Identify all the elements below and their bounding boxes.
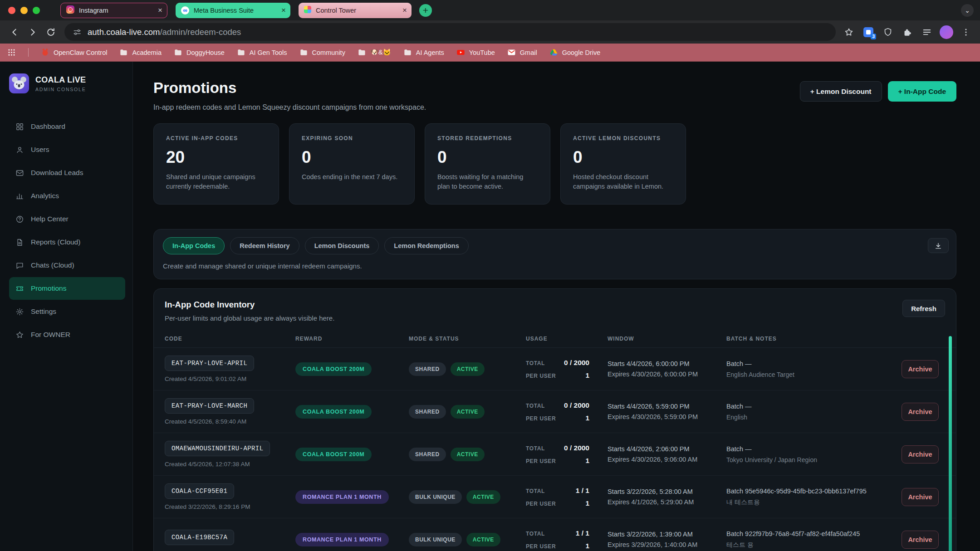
star-icon <box>15 331 24 339</box>
browser-tab[interactable]: Instagram × <box>60 3 167 18</box>
stat-label: ACTIVE LEMON DISCOUNTS <box>573 135 673 141</box>
section-tabs-card: In-App CodesRedeem HistoryLemon Discount… <box>153 229 956 279</box>
profile-avatar[interactable] <box>939 24 954 40</box>
sidebar-item[interactable]: Users <box>9 138 125 161</box>
shield-extension-icon[interactable] <box>880 24 896 40</box>
bookmark-item[interactable]: Community <box>299 48 345 57</box>
bookmark-star-icon[interactable] <box>841 24 857 40</box>
gear-icon <box>15 307 24 316</box>
batch-id: Batch — <box>726 445 902 453</box>
export-download-button[interactable] <box>928 238 949 253</box>
mail-icon <box>15 169 24 177</box>
sidebar-item[interactable]: For OWNER <box>9 323 125 346</box>
archive-button[interactable]: Archive <box>902 445 939 463</box>
help-icon <box>15 215 24 224</box>
bookmark-label: 🐶&🐱 <box>370 49 391 56</box>
archive-button[interactable]: Archive <box>902 531 939 549</box>
window-close-button[interactable] <box>8 7 15 14</box>
folder-icon <box>299 48 308 57</box>
bookmark-item[interactable]: AI Agents <box>403 48 444 57</box>
url-bar[interactable]: auth.coala-live.com/admin/redeem-codes <box>64 23 836 41</box>
tab-close-icon[interactable]: × <box>402 6 407 14</box>
password-extension-icon[interactable]: 3 <box>861 24 876 40</box>
archive-button[interactable]: Archive <box>902 488 939 506</box>
section-tab[interactable]: Lemon Redemptions <box>384 237 468 254</box>
tab-title: Control Tower <box>316 7 398 14</box>
sidebar-item-label: Dashboard <box>31 122 65 131</box>
sidebar-item[interactable]: Download Leads <box>9 161 125 184</box>
bookmark-label: OpenClaw Control <box>54 49 107 56</box>
window-zoom-button[interactable] <box>33 7 40 14</box>
browser-menu-kebab-icon[interactable] <box>958 24 974 40</box>
window-minimize-button[interactable] <box>20 7 28 14</box>
sidebar-item[interactable]: Promotions <box>9 277 125 300</box>
site-info-icon[interactable] <box>73 28 82 37</box>
reward-badge: COALA BOOST 200M <box>295 362 372 376</box>
bookmark-item[interactable]: AI Gen Tools <box>237 48 287 57</box>
tab-search-button[interactable]: ⌄ <box>961 4 974 17</box>
code-chip[interactable]: COALA-E19BC57A <box>165 530 234 545</box>
archive-button[interactable]: Archive <box>902 403 939 421</box>
bookmark-label: DoggyHouse <box>186 49 225 56</box>
bookmark-label: Community <box>312 49 345 56</box>
bookmark-item[interactable]: DoggyHouse <box>174 48 225 57</box>
sidebar-item-label: Analytics <box>31 192 59 200</box>
stat-cards: ACTIVE IN-APP CODES 20 Shared and unique… <box>153 123 956 205</box>
inventory-card: In-App Code Inventory Per-user limits an… <box>153 288 956 551</box>
tab-close-icon[interactable]: × <box>281 6 286 14</box>
bookmark-item[interactable]: OpenClaw Control <box>41 48 107 57</box>
user-icon <box>15 146 24 154</box>
sidebar-item[interactable]: Settings <box>9 300 125 323</box>
sidebar-item-label: Download Leads <box>31 169 83 177</box>
table-row: OMAEWAMOUSINDEIRU-APRIL Created 4/5/2026… <box>154 433 956 476</box>
section-tab[interactable]: In-App Codes <box>163 237 225 254</box>
forward-button[interactable] <box>24 24 41 40</box>
code-chip[interactable]: OMAEWAMOUSINDEIRU-APRIL <box>165 441 270 456</box>
usage-total-value: 1 / 1 <box>576 487 589 495</box>
back-button[interactable] <box>6 24 23 40</box>
bookmark-item[interactable]: Gmail <box>507 48 537 57</box>
header-action-button[interactable]: + In-App Code <box>888 81 956 102</box>
main-content: Promotions In-app redeem codes and Lemon… <box>133 62 980 551</box>
sidebar-item[interactable]: Reports (Cloud) <box>9 231 125 254</box>
bookmark-item[interactable]: Google Drive <box>549 48 601 57</box>
table-scrollbar[interactable] <box>949 336 952 551</box>
section-caption: Create and manage shared or unique inter… <box>163 262 947 270</box>
code-chip[interactable]: EAT-PRAY-LOVE-APRIL <box>165 356 254 371</box>
section-tab[interactable]: Lemon Discounts <box>305 237 379 254</box>
apps-grid-icon[interactable] <box>7 48 16 57</box>
sidebar-item-label: Help Center <box>31 215 69 223</box>
reload-button[interactable] <box>43 24 59 40</box>
usage-total-value: 1 / 1 <box>576 529 589 537</box>
sidebar-item[interactable]: Analytics <box>9 185 125 207</box>
created-timestamp: Created 3/22/2026, 8:29:16 PM <box>165 503 295 510</box>
extensions-puzzle-icon[interactable] <box>900 24 915 40</box>
created-timestamp: Created 4/5/2026, 12:07:38 AM <box>165 461 295 468</box>
browser-tab[interactable]: ∞ Meta Business Suite × <box>176 3 290 18</box>
bookmark-item[interactable]: 🐶&🐱 <box>358 48 391 57</box>
header-action-button[interactable]: + Lemon Discount <box>800 81 882 102</box>
per-user-label: PER USER <box>526 458 556 464</box>
status-badge: ACTIVE <box>466 533 500 546</box>
browser-tab[interactable]: Control Tower × <box>299 3 412 18</box>
new-tab-button[interactable]: + <box>419 4 432 17</box>
tab-close-icon[interactable]: × <box>158 6 162 14</box>
code-chip[interactable]: EAT-PRAY-LOVE-MARCH <box>165 398 254 414</box>
bookmark-item[interactable]: Academia <box>119 48 161 57</box>
refresh-button[interactable]: Refresh <box>902 300 945 317</box>
code-chip[interactable]: COALA-CCF95E01 <box>165 483 234 499</box>
sidebar-item[interactable]: Help Center <box>9 208 125 230</box>
reading-list-icon[interactable] <box>919 24 935 40</box>
ticket-icon <box>15 284 24 293</box>
sidebar-item[interactable]: Dashboard <box>9 115 125 138</box>
browser-toolbar: auth.coala-live.com/admin/redeem-codes 3 <box>0 20 980 44</box>
bookmark-item[interactable]: YouTube <box>456 48 495 57</box>
archive-button[interactable]: Archive <box>902 360 939 378</box>
browser-tab-strip: Instagram × ∞ Meta Business Suite × Cont… <box>0 0 980 20</box>
sidebar-item-label: For OWNER <box>31 331 70 339</box>
sidebar-item-label: Users <box>31 146 49 154</box>
sidebar-item[interactable]: Chats (Cloud) <box>9 254 125 277</box>
usage-total-label: TOTAL <box>526 445 545 452</box>
stat-card: ACTIVE IN-APP CODES 20 Shared and unique… <box>153 123 279 205</box>
section-tab[interactable]: Redeem History <box>230 237 299 254</box>
